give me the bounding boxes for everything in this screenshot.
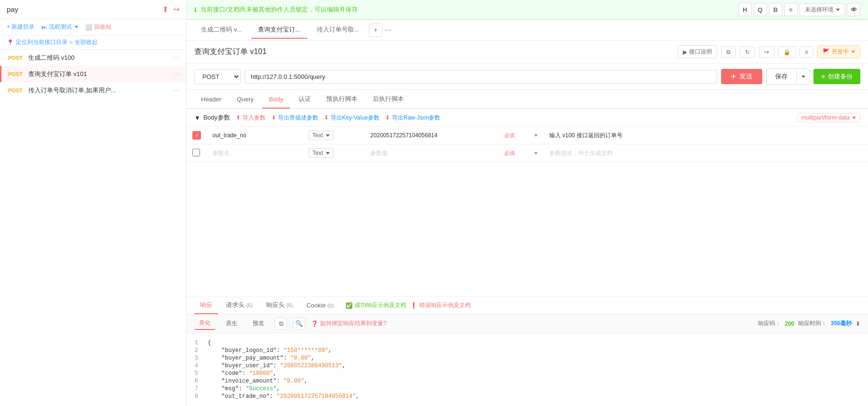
add-tab-button[interactable]: + [369, 23, 382, 37]
tab-header[interactable]: Header [194, 91, 228, 109]
menu-button[interactable]: ≡ [800, 46, 813, 58]
resp-tab-cookie[interactable]: Cookie (0) [300, 298, 340, 314]
api-more-icon[interactable]: ··· [173, 70, 179, 78]
success-example-button[interactable]: ✅ 成功响应示例及文档 [345, 301, 406, 309]
tab-auth[interactable]: 认证 [292, 90, 318, 109]
param-required-cell-2: 必填 [499, 144, 527, 162]
flag-icon: 🚩 [823, 48, 830, 55]
help-icon: ❓ [311, 320, 318, 327]
tab-post-script[interactable]: 后执行脚本 [366, 90, 411, 109]
bind-help-link[interactable]: ❓ 如何绑定响应结果到变量? [311, 319, 387, 328]
code-line-2: 2 "buyer_logon_id": "150******89", [187, 347, 868, 354]
view-tab-beautify[interactable]: 美化 [194, 317, 215, 330]
format-select[interactable]: multipart/form-data [797, 113, 860, 122]
create-backup-button[interactable]: ≡ 创建备份 [813, 69, 860, 84]
doc-button[interactable]: ▶ 接口说明 [678, 45, 717, 58]
download-icon[interactable]: ⬇ [856, 320, 860, 327]
settings-button[interactable]: ≡ [784, 3, 798, 16]
view-tab-preview[interactable]: 预览 [248, 318, 269, 329]
tab-generate-qr[interactable]: 生成二维码 v... [194, 22, 248, 39]
share-button[interactable]: ↪ [759, 46, 774, 58]
b-button[interactable]: B [769, 3, 782, 16]
required-dropdown-icon[interactable] [534, 134, 538, 137]
param-type-select-2[interactable]: Text [308, 148, 334, 158]
status-code-value: 200 [785, 320, 794, 327]
api-name: 查询支付宝订单 v101 [28, 70, 173, 78]
copy-response-button[interactable]: ⧉ [275, 318, 287, 330]
upload-icon[interactable]: ⬆ [162, 5, 168, 14]
up-icon: ⬆ [236, 114, 241, 121]
error-example-button[interactable]: ❗ 错误响应示例及文档 [410, 301, 471, 309]
share-icon[interactable]: ↪ [173, 5, 179, 14]
param-desc-input-1[interactable] [549, 132, 862, 139]
param-name-input-1[interactable] [212, 132, 297, 139]
param-name-cell-1 [207, 127, 302, 144]
method-select[interactable]: POST GET PUT DELETE [194, 69, 241, 84]
save-dropdown-button[interactable] [797, 68, 810, 85]
url-input[interactable] [245, 70, 717, 84]
api-item[interactable]: POST 生成二维码 v100 ··· [0, 50, 186, 66]
body-toggle[interactable]: ▼ Body参数 [194, 113, 230, 122]
new-dir-button[interactable]: + 新建目录 [7, 23, 34, 31]
param-value-cell-1 [365, 127, 499, 144]
doc-icon: ▶ [683, 49, 687, 55]
save-button[interactable]: 保存 [766, 68, 797, 85]
main-content: ℹ 当前接口/文档尚未被其他协作人员锁定，可以编辑并保存 H Q B ≡ 未选择… [187, 0, 868, 406]
success-icon: ✅ [345, 302, 353, 309]
param-value-input-1[interactable] [370, 132, 493, 139]
param-required-1: 必填 [504, 132, 515, 138]
response-toolbar: 美化 原生 预览 ⧉ 🔍 ❓ 如何绑定响应结果到变量? 响应码： 200 响应时… [187, 314, 868, 333]
breadcrumb-collapse[interactable]: 全部收起 [75, 38, 98, 46]
export-raw-button[interactable]: ⬇ 导出Raw-Json参数 [385, 114, 440, 122]
resp-tab-resp-header[interactable]: 响应头 (6) [260, 297, 299, 314]
tab-cancel-order[interactable]: 传入订单号取... [310, 22, 366, 39]
request-area: POST GET PUT DELETE ✈ 发送 保存 ≡ 创建备份 [187, 64, 868, 90]
locate-icon: 📍 [7, 39, 14, 46]
recycle-button[interactable]: ⬜ 回收站 [85, 23, 111, 31]
flow-test-button[interactable]: ⏭ 流程测试 [41, 23, 78, 31]
param-checkbox-1[interactable] [192, 131, 201, 140]
resp-tab-req-header[interactable]: 请求头 (6) [220, 297, 258, 314]
param-req-dropdown-2 [527, 144, 544, 162]
down-icon: ⬇ [271, 114, 276, 121]
resp-tab-response[interactable]: 响应 [194, 297, 218, 314]
copy-button[interactable]: ⧉ [721, 46, 736, 58]
tab-query-order[interactable]: 查询支付宝订... [251, 22, 307, 39]
h-button[interactable]: H [738, 3, 752, 16]
tab-body[interactable]: Body [262, 91, 290, 109]
api-item[interactable]: POST 传入订单号取消订单,如果用户... ··· [0, 82, 186, 99]
more-tabs-button[interactable]: ··· [385, 26, 391, 34]
param-req-dropdown-1 [527, 127, 544, 144]
breadcrumb-locate[interactable]: 定位到当前接口目录 [16, 38, 67, 46]
export-kv-button[interactable]: ⬇ 导出Key-Value参数 [324, 114, 379, 122]
tab-pre-script[interactable]: 预执行脚本 [320, 90, 364, 109]
param-desc-input-2[interactable] [549, 150, 862, 156]
status-badge[interactable]: 🚩 开发中 [817, 45, 860, 58]
send-button[interactable]: ✈ 发送 [721, 69, 762, 84]
q-button[interactable]: Q [754, 3, 767, 16]
search-response-button[interactable]: 🔍 [293, 318, 305, 330]
api-item-active[interactable]: POST 查询支付宝订单 v101 ··· [0, 66, 186, 82]
refresh-button[interactable]: ↻ [740, 46, 755, 58]
sidebar-title: pay [7, 5, 18, 13]
eye-button[interactable]: 👁 [847, 3, 860, 16]
body-params-header: ▼ Body参数 ⬆ 导入参数 ⬇ 导出带描述参数 ⬇ 导出Key-Value参… [187, 109, 868, 127]
view-tab-raw[interactable]: 原生 [221, 318, 242, 329]
env-dropdown-icon [836, 9, 840, 11]
param-type-select-1[interactable]: Text [308, 131, 334, 140]
export-desc-button[interactable]: ⬇ 导出带描述参数 [271, 114, 318, 122]
status-code-label: 响应码： [758, 319, 781, 328]
import-params-button[interactable]: ⬆ 导入参数 [236, 114, 266, 122]
tab-query[interactable]: Query [230, 91, 260, 109]
lock-button[interactable]: 🔒 [778, 46, 796, 58]
param-checkbox-2[interactable] [192, 149, 200, 156]
method-badge: POST [8, 88, 28, 93]
required-dropdown-icon-2[interactable] [534, 152, 538, 154]
param-name-input-2[interactable] [212, 150, 297, 156]
param-value-input-2[interactable] [370, 150, 493, 156]
env-select[interactable]: 未选择环境 [800, 3, 845, 16]
api-more-icon[interactable]: ··· [173, 54, 179, 62]
api-more-icon[interactable]: ··· [173, 86, 179, 95]
info-icon: ℹ [194, 6, 197, 13]
code-line-1: 1 { [187, 339, 868, 347]
